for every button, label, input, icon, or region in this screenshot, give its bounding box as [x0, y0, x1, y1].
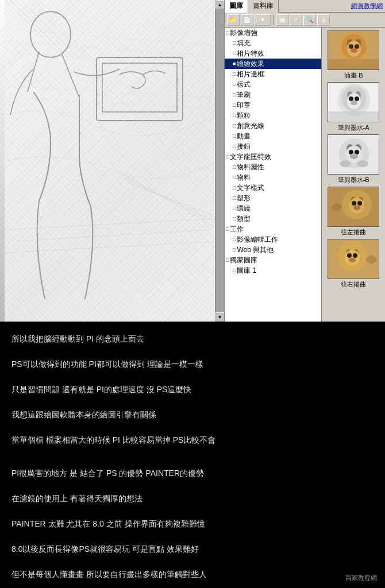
dropdown-btn[interactable]: ▼ [255, 14, 271, 26]
svg-point-41 [355, 96, 359, 101]
tree-item-15[interactable]: □ 塑形 [225, 193, 321, 203]
tree-item-4[interactable]: □ 相片邊框 [225, 69, 321, 79]
grid-icon: ▦ [280, 17, 285, 23]
thumbnails-area: 油畫-B [322, 28, 385, 322]
tree-label-16: 環繞 [237, 204, 251, 213]
text-line-4: 我想這跟繪圖軟體本身的繪圖引擎有關係 [11, 407, 374, 423]
tree-label-5: 樣式 [237, 80, 251, 89]
tree-icon-10: □ [233, 131, 236, 141]
arrow-icon: ▼ [260, 17, 265, 23]
tree-item-8[interactable]: □ 顆粒 [225, 110, 321, 121]
svg-point-68 [353, 253, 357, 258]
print-btn[interactable]: 🖨 [317, 14, 330, 26]
tree-item-12[interactable]: □ 物料屬性 [225, 162, 321, 172]
watermark: 百家教程網 [342, 572, 380, 583]
expand-icon-4: □ [226, 256, 229, 265]
tree-icon-19: □ [233, 245, 236, 254]
tree-label-category2: 文字龍匡特效 [230, 152, 271, 161]
tree-item-18[interactable]: □ 影像編輯工作 [225, 234, 321, 245]
folder-open-btn[interactable]: 📁 [227, 14, 240, 26]
view1-btn[interactable]: ▦ [276, 14, 288, 26]
tree-item-5[interactable]: □ 樣式 [225, 79, 321, 90]
tree-item-16[interactable]: □ 環繞 [225, 203, 321, 214]
text-line-9: 8.0以後反而長得像PS就很容易玩 可是盲點 效果難好 [11, 541, 374, 557]
sketch-canvas [0, 0, 224, 322]
tree-icon-9: □ [233, 121, 236, 130]
tree-item-9[interactable]: □ 創意光線 [225, 121, 321, 131]
tree-item-7[interactable]: □ 印章 [225, 100, 321, 110]
thumb-img-4 [328, 187, 379, 227]
tree-item-13[interactable]: □ 物料 [225, 172, 321, 183]
tree-icon-6: □ [233, 90, 236, 99]
tree-icon-1: □ [233, 38, 236, 48]
tree-label-6: 筆刷 [237, 90, 251, 99]
tree-area[interactable]: □ 影像增強 □ 填充 □ 相片特效 ■ 繪繪效果 □ 相片邊框 [225, 28, 322, 322]
tree-item-2[interactable]: □ 相片特效 [225, 48, 321, 59]
tab-database[interactable]: 資料庫 [248, 0, 279, 13]
scrollbar-down-btn[interactable]: ▼ [215, 312, 225, 322]
text-spacer-4 [11, 424, 374, 432]
tree-item-category2[interactable]: □ 文字龍匡特效 [225, 152, 321, 162]
tree-icon-17: □ [233, 214, 236, 223]
svg-point-51 [350, 153, 358, 159]
new-file-btn[interactable]: 📄 [241, 14, 253, 26]
panel-body: □ 影像增強 □ 填充 □ 相片特效 ■ 繪繪效果 □ 相片邊框 [225, 28, 385, 322]
top-section: ▲ ▼ 圖庫 資料庫 網頁教學網 📁 📄 ▼ ▦ [0, 0, 385, 322]
tree-label-15: 塑形 [237, 194, 251, 203]
tree-icon-15: □ [233, 194, 236, 203]
file-icon: 📄 [243, 16, 251, 24]
tree-label-18: 影像編輯工作 [237, 235, 278, 244]
thumb-item-4[interactable]: 往左捲曲 [324, 187, 383, 237]
tree-item-category3[interactable]: □ 工作 [225, 224, 321, 234]
list-icon: ≡ [294, 17, 298, 23]
tree-item-20[interactable]: □ 圖庫 1 [225, 265, 321, 276]
tree-item-category1[interactable]: □ 影像增強 [225, 28, 321, 38]
print-icon: 🖨 [321, 17, 326, 23]
text-line-3: 只是習慣問題 還有就是 PI的處理速度 沒 PS這麼快 [11, 381, 374, 397]
thumb-label-4: 往左捲曲 [341, 228, 366, 237]
right-panel: 圖庫 資料庫 網頁教學網 📁 📄 ▼ ▦ ≡ 🔍 [224, 0, 385, 322]
thumb-item-2[interactable]: 筆與墨水-A [324, 82, 383, 132]
tree-label-7: 印章 [237, 100, 251, 110]
tree-item-3[interactable]: ■ 繪繪效果 [225, 59, 321, 69]
text-line-2: PS可以做得到的功能 PI都可以做得到 理論是一模一樣 [11, 356, 374, 372]
thumb-label-2: 筆與墨水-A [338, 123, 369, 132]
sketch-area: ▲ ▼ [0, 0, 224, 322]
tree-item-10[interactable]: □ 動畫 [225, 131, 321, 141]
thumb-item-1[interactable]: 油畫-B [324, 30, 383, 80]
thumb-img-2 [328, 82, 379, 122]
website-link[interactable]: 網頁教學網 [351, 2, 385, 10]
text-line-5: 當單個檔 檔案相當大的時候 PI 比較容易當掉 PS比較不會 [11, 432, 374, 448]
text-spacer-8 [11, 508, 374, 516]
thumb-label-1: 油畫-B [344, 71, 363, 80]
tree-icon-8: □ [233, 111, 236, 120]
text-spacer-9 [11, 533, 374, 541]
tree-item-1[interactable]: □ 填充 [225, 38, 321, 48]
sketch-overlay [0, 0, 224, 322]
tab-gallery[interactable]: 圖庫 [225, 0, 248, 13]
tree-icon-12: □ [233, 163, 236, 172]
text-line-8: PAINTER 太難 尤其在 8.0 之前 操作界面有夠複雜難懂 [11, 516, 374, 532]
scrollbar-up-btn[interactable]: ▲ [215, 0, 225, 9]
text-spacer-5 [11, 449, 374, 457]
expand-icon-2: □ [226, 152, 229, 161]
text-spacer-3 [11, 399, 374, 407]
tree-item-11[interactable]: □ 接鈕 [225, 141, 321, 152]
tree-item-category4[interactable]: □ 獨家圖庫 [225, 255, 321, 265]
thumb-item-3[interactable]: 筆與墨水-B [324, 134, 383, 184]
tree-label-12: 物料屬性 [237, 163, 264, 172]
svg-point-32 [351, 48, 357, 53]
tree-item-17[interactable]: □ 類型 [225, 214, 321, 224]
tree-item-14[interactable]: □ 文字樣式 [225, 183, 321, 193]
sketch-scrollbar[interactable]: ▲ ▼ [215, 0, 224, 322]
tree-item-19[interactable]: □ Web 與其他 [225, 245, 321, 255]
bottom-text-section: 所以我把腦經動動到 PI 的念頭上面去 PS可以做得到的功能 PI都可以做得到 … [0, 322, 385, 588]
text-spacer-11 [11, 583, 374, 588]
view2-btn[interactable]: ≡ [290, 14, 302, 26]
search-btn[interactable]: 🔍 [303, 14, 316, 26]
thumb-img-3 [328, 134, 379, 175]
thumb-img-5 [328, 239, 379, 279]
tree-item-6[interactable]: □ 筆刷 [225, 90, 321, 100]
panel-toolbar: 📁 📄 ▼ ▦ ≡ 🔍 🖨 [225, 13, 385, 28]
thumb-item-5[interactable]: 往右捲曲 [324, 239, 383, 289]
